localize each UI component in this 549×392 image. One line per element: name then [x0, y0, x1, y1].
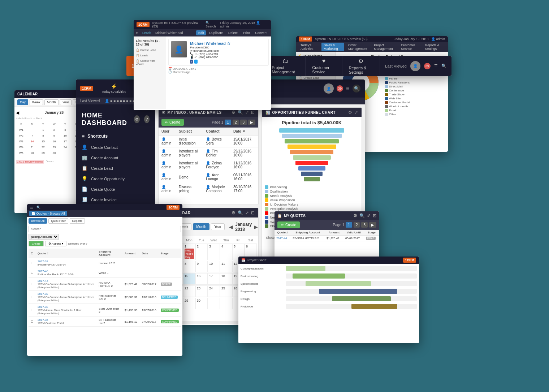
quotes-search-input[interactable]	[29, 226, 181, 232]
quotes-selected-count: Selected 0 of 5	[68, 242, 87, 245]
sidebar-create-contact[interactable]: 👤 Create Contact	[76, 142, 155, 152]
quotes-browse-all-btn[interactable]: Browse All	[29, 218, 47, 224]
page-2-btn[interactable]: 2	[233, 120, 239, 125]
quote-num-link[interactable]: 2017-38iPhone 6Plus-Gold-64	[35, 258, 96, 268]
leads-sidebar-create-vcard[interactable]: 📋 Create from vCard	[134, 58, 166, 67]
cal-win-title: CALENDAR	[17, 92, 38, 96]
legend-color-dot	[265, 194, 268, 198]
page-1-btn[interactable]: 1	[225, 120, 231, 125]
inbox-expand-icon[interactable]: ⤢	[245, 110, 249, 115]
cal-prev-arrow[interactable]: ◀	[229, 224, 233, 230]
search-icon[interactable]: 🔍	[441, 64, 446, 68]
quotes-body: Browse All Quick Filter Reports (Billing…	[27, 217, 182, 328]
col-user: User	[159, 128, 176, 135]
leads-sidebar-create-lead[interactable]: 📋 Create Lead	[134, 47, 166, 53]
gantt-track	[286, 273, 417, 279]
page-3-btn[interactable]: 3	[240, 120, 247, 125]
dash-avatar[interactable]: 👤	[324, 83, 334, 94]
sidebar-create-opportunity[interactable]: 💡 Create Opportunity	[76, 173, 155, 184]
nav-item-reports[interactable]: ⚙ Reports & Settings	[342, 56, 380, 76]
leads-convert-btn[interactable]: Convert	[253, 30, 269, 35]
leads-breadcrumb[interactable]: Leads	[142, 31, 151, 35]
leads-edit-btn[interactable]: Edit	[196, 30, 206, 35]
mq-create-btn[interactable]: ✏ Create	[277, 221, 300, 228]
charts-nav-activities[interactable]: Today's Activities	[298, 43, 319, 51]
page-next-btn[interactable]: ▶	[248, 120, 255, 125]
charts-nav-projects[interactable]: Project Management	[372, 43, 397, 51]
leads-body: List Results (1 - 15 of 38) 📋 Create Lea…	[134, 36, 271, 109]
profile-card: 👤 Michael Whitehead ☆ President/CEO ✉ mi…	[168, 39, 269, 66]
inbox-search-icon[interactable]: 🔍	[238, 110, 243, 115]
funnel-stage-bar	[298, 166, 325, 171]
sidebar-create-lead[interactable]: 📋 Create Lead	[76, 163, 155, 173]
nav-item-service[interactable]: ♥ Customer Service	[306, 56, 342, 76]
mq-page-1[interactable]: 1	[346, 222, 352, 228]
charts-nav-reports[interactable]: Reports & Settings	[423, 43, 446, 51]
sidebar-create-account[interactable]: 🏢 Create Account	[76, 152, 155, 163]
inbox-settings-icon[interactable]: ⚙	[232, 110, 235, 115]
cal-view-year[interactable]: Year	[60, 99, 72, 105]
dash-menu-icon[interactable]: ☰	[346, 86, 350, 91]
quotes-quick-filter-btn[interactable]: Quick Filter	[48, 218, 68, 224]
quote-num-link[interactable]: 2017-331CRM Annual Cloud Service for 1 U…	[35, 304, 96, 317]
mq-search-icon[interactable]: 🔍	[359, 213, 365, 218]
cal-fullscreen-icon[interactable]: ⊡	[251, 210, 255, 215]
legend-customer-portal: Customer Portal	[385, 101, 412, 104]
sidebar-create-invoice[interactable]: 🧾 Create Invoice	[76, 194, 155, 205]
cal-search-icon[interactable]: 🔍	[238, 210, 243, 215]
cal-month-display: January 2018	[235, 222, 252, 232]
nav-item-projects[interactable]: 🗂 Project Management	[265, 56, 306, 76]
funnel-settings-icon[interactable]: ⚙	[348, 110, 352, 115]
quote-num-link[interactable]: 2017-48Retina MacBook 12" 512GB	[35, 268, 96, 278]
dash-settings-icon[interactable]: ⚙	[134, 115, 139, 123]
mq-page-2[interactable]: 2	[354, 222, 360, 228]
cal-view-week[interactable]: Week	[30, 99, 43, 105]
cal-view-day[interactable]: Day	[17, 99, 28, 105]
quotes-billing-filter[interactable]: (Billing Account)	[29, 234, 59, 240]
leads-duplicate-btn[interactable]: Duplicate	[207, 30, 225, 35]
dash-search-icon[interactable]: 🔍	[353, 85, 360, 92]
user-avatar[interactable]: 👤	[410, 61, 420, 71]
quote-num-link[interactable]: 2017-341CRM Customer Portal ...	[35, 317, 96, 327]
charts-nav-sales[interactable]: Sales & Marketing	[321, 43, 344, 51]
cal-prev-btn[interactable]: ◀	[16, 110, 19, 115]
quote-num-link[interactable]: 2017-321CRM On-Premise Annual Subscripti…	[35, 291, 96, 304]
mq-fullscreen-icon[interactable]: ⊡	[373, 213, 376, 218]
mq-actions: ⚙ 🔍 ⤢ ⊡	[353, 213, 376, 218]
mq-page-3[interactable]: 3	[361, 222, 368, 228]
sidebar-create-quote[interactable]: 📄 Create Quote	[76, 184, 155, 194]
mq-settings-icon[interactable]: ⚙	[353, 213, 357, 218]
cal-settings-icon[interactable]: ⚙	[232, 210, 235, 215]
leads-delete-btn[interactable]: Delete	[226, 30, 240, 35]
pencil-icon: ✏	[165, 120, 168, 124]
leads-nav: ⬅ Leads - Michael Whitehead Edit Duplica…	[134, 29, 271, 36]
mq-next-btn[interactable]: ▶	[369, 222, 376, 228]
dash-nav-activities[interactable]: ⚡ Today's Activities	[97, 82, 131, 95]
profile-mobile: 📱 +1 (604) 619-0590	[190, 56, 230, 59]
charts-nav-service[interactable]: Customer Service	[399, 43, 421, 51]
hamburger-icon[interactable]: ☰	[434, 64, 438, 68]
gantt-row: Specifications	[241, 281, 417, 286]
leads-sidebar-leads[interactable]: 📋 Leads	[134, 53, 166, 58]
contact-icon: 👤	[82, 145, 87, 150]
quotes-reports-btn[interactable]: Reports	[70, 218, 85, 224]
cal-next-arrow[interactable]: ▶	[254, 224, 258, 230]
inbox-fullscreen-icon[interactable]: ⊡	[251, 110, 255, 115]
cal-month-btn[interactable]: Month	[193, 223, 209, 230]
cal-year-btn[interactable]: Year	[211, 223, 225, 230]
cal-view-month[interactable]: Month	[44, 99, 59, 105]
inbox-create-btn[interactable]: ✏ Create	[161, 119, 184, 126]
customer-portal-dot	[385, 101, 388, 104]
charts-nav-orders[interactable]: Order Management	[346, 43, 369, 51]
funnel-expand-icon[interactable]: ⤢	[354, 110, 358, 115]
quotes-create-btn[interactable]: Create	[29, 241, 44, 246]
quotes-crm-logo: 1CRM	[167, 205, 180, 210]
cal-expand-icon[interactable]: ⤢	[245, 210, 249, 215]
mq-expand-icon[interactable]: ⤢	[367, 213, 371, 218]
quotes-actions-btn[interactable]: ⚙ Actions ▾	[45, 241, 66, 246]
mq-quote-link[interactable]: 2017-44	[274, 236, 291, 241]
quote-num-link[interactable]: 2017-441CRM On-Premise Annual Subscripti…	[35, 278, 96, 291]
dash-help-icon[interactable]: ?	[144, 115, 150, 123]
leads-print-btn[interactable]: Print	[241, 30, 252, 35]
quotes-nav-browse[interactable]: 📄 Quotes - Browse All	[29, 211, 67, 216]
